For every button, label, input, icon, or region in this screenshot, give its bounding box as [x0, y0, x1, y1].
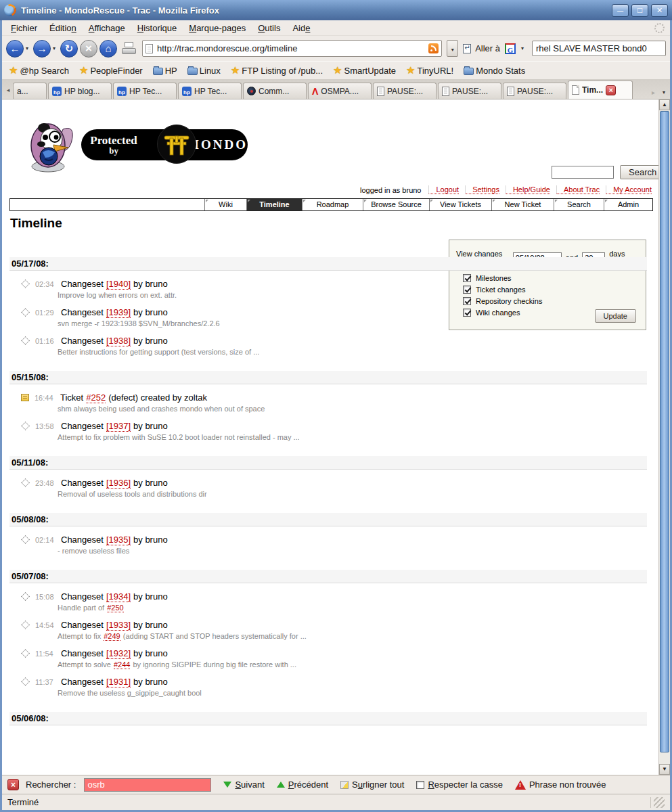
tab-9[interactable]: PAUSE:... — [503, 83, 566, 99]
findbar-close-icon[interactable] — [7, 779, 19, 790]
go-button[interactable]: Aller à — [475, 43, 500, 53]
nav-tab-wiki[interactable]: Wiki — [204, 199, 246, 210]
changeset-link[interactable]: [1937] — [106, 421, 131, 432]
bookmark-hp-search[interactable]: @hp Search — [9, 64, 69, 76]
tab-scroll-left-button[interactable]: ◂ — [3, 81, 13, 99]
tab-1[interactable]: a... — [13, 83, 47, 99]
tab-close-icon[interactable] — [606, 85, 616, 95]
menu-marque-pages[interactable]: Marque-pages — [183, 21, 252, 35]
tab-2[interactable]: HP blog... — [48, 83, 112, 99]
ticket-number-link[interactable]: #252 — [86, 392, 106, 403]
close-button[interactable] — [651, 4, 668, 17]
tab-timeline-active[interactable]: Tim... — [568, 81, 633, 99]
bookmark-folder-linux[interactable]: Linux — [187, 66, 221, 76]
resize-grip[interactable] — [654, 797, 665, 808]
tab-5[interactable]: Comm... — [243, 83, 307, 99]
entry-time: 23:48 — [35, 479, 55, 487]
scrollbar-thumb[interactable] — [660, 111, 669, 752]
bookmark-smartupdate[interactable]: SmartUpdate — [333, 64, 396, 76]
tab-8[interactable]: PAUSE:... — [438, 83, 501, 99]
nav-tab-admin[interactable]: Admin — [604, 199, 652, 210]
settings-link[interactable]: Settings — [465, 185, 499, 194]
entry-description: Removal of useless tools and distributio… — [58, 490, 647, 498]
highlight-all-button[interactable]: Surligner tout — [340, 780, 404, 790]
tab-3[interactable]: HP Tec... — [113, 83, 177, 99]
changeset-link[interactable]: [1933] — [106, 620, 131, 631]
site-search-input[interactable] — [552, 166, 614, 179]
nav-tab-search[interactable]: Search — [554, 199, 604, 210]
nav-tab-timeline[interactable]: Timeline — [246, 199, 302, 210]
changeset-link[interactable]: [1931] — [106, 677, 131, 687]
minimize-button[interactable] — [612, 4, 629, 17]
menu-historique[interactable]: Historique — [131, 21, 183, 35]
scroll-up-button[interactable] — [659, 99, 670, 110]
timeline-entry: 02:34 Changeset[1940]by bruno Improve lo… — [9, 279, 647, 299]
menu-outils[interactable]: Outils — [252, 21, 286, 35]
rss-icon[interactable] — [428, 43, 439, 53]
forward-button[interactable] — [33, 40, 51, 58]
date-header: 05/08/08: — [9, 513, 647, 526]
about-trac-link[interactable]: About Trac — [556, 185, 600, 194]
changeset-link[interactable]: [1934] — [106, 591, 131, 602]
search-engine-dropdown-icon[interactable] — [521, 45, 527, 51]
site-search-button[interactable]: Search — [620, 165, 658, 179]
changeset-link[interactable]: [1935] — [106, 535, 131, 545]
url-bar[interactable] — [142, 40, 442, 57]
logout-link[interactable]: Logout — [428, 185, 459, 194]
document-favicon — [377, 87, 384, 96]
maximize-button[interactable] — [631, 4, 648, 17]
nav-tab-view-tickets[interactable]: View Tickets — [429, 199, 491, 210]
home-button[interactable] — [99, 40, 117, 58]
forward-dropdown-icon[interactable] — [53, 45, 58, 51]
web-search-input[interactable] — [532, 41, 666, 56]
entry-description: Handle part of #250 — [58, 604, 647, 612]
go-icon — [463, 44, 471, 53]
url-dropdown-button[interactable] — [447, 40, 458, 57]
changeset-link[interactable]: [1938] — [106, 336, 131, 346]
ticket-link[interactable]: #244 — [114, 660, 130, 669]
ticket-link[interactable]: #249 — [104, 632, 120, 641]
bookmark-tinyurl[interactable]: TinyURL! — [406, 64, 453, 76]
back-button[interactable] — [6, 40, 24, 58]
my-account-link[interactable]: My Account — [606, 185, 652, 194]
print-button[interactable] — [121, 42, 137, 55]
nav-tab-browse-source[interactable]: Browse Source — [363, 199, 429, 210]
timeline-entry: 01:29 Changeset[1939]by bruno svn merge … — [9, 307, 647, 328]
reload-button[interactable] — [60, 40, 78, 58]
url-input[interactable] — [157, 43, 428, 53]
changeset-link[interactable]: [1932] — [106, 648, 131, 659]
match-case-checkbox[interactable]: Respecter la casse — [416, 780, 503, 790]
back-dropdown-icon[interactable] — [26, 45, 31, 51]
changeset-link[interactable]: [1939] — [106, 307, 131, 318]
findbar-label: Rechercher : — [26, 780, 76, 790]
menu-aide[interactable]: Aide — [286, 21, 316, 35]
timeline-group: 05/17/08: 02:34 Changeset[1940]by bruno … — [9, 257, 647, 356]
tab-7[interactable]: PAUSE:... — [373, 83, 436, 99]
menu-affichage[interactable]: Affichage — [83, 21, 131, 35]
find-previous-button[interactable]: Précédent — [277, 780, 328, 790]
help-guide-link[interactable]: Help/Guide — [506, 185, 550, 194]
nav-tab-roadmap[interactable]: Roadmap — [302, 199, 363, 210]
changeset-link[interactable]: [1936] — [106, 478, 131, 489]
tab-4[interactable]: HP Tec... — [178, 83, 242, 99]
checkbox-icon[interactable] — [416, 781, 424, 789]
bookmark-peoplefinder[interactable]: PeopleFinder — [79, 64, 143, 76]
entry-description: - remove useless files — [58, 547, 647, 555]
ticket-link[interactable]: #250 — [107, 604, 123, 612]
bookmark-folder-hp[interactable]: HP — [153, 66, 177, 76]
bookmark-folder-mondo-stats[interactable]: Mondo Stats — [464, 66, 525, 76]
nav-tab-new-ticket[interactable]: New Ticket — [491, 199, 554, 210]
menu-fichier[interactable]: Fichier — [5, 21, 43, 35]
timeline-group: 05/11/08: 23:48 Changeset[1936]by bruno … — [9, 456, 647, 498]
bookmark-ftp-listing[interactable]: FTP Listing of /pub... — [231, 64, 323, 76]
menu-edition[interactable]: Édition — [43, 21, 83, 35]
stop-button[interactable] — [80, 40, 97, 58]
findbar-input[interactable] — [84, 778, 211, 792]
tab-scroll-right-button[interactable] — [649, 89, 658, 96]
tab-list-dropdown-button[interactable] — [659, 89, 669, 95]
scroll-down-button[interactable] — [659, 764, 670, 775]
changeset-link[interactable]: [1940] — [106, 279, 131, 290]
vertical-scrollbar[interactable] — [658, 99, 670, 775]
find-next-button[interactable]: Suivant — [223, 780, 264, 790]
tab-6[interactable]: OSMPA.... — [308, 83, 372, 99]
